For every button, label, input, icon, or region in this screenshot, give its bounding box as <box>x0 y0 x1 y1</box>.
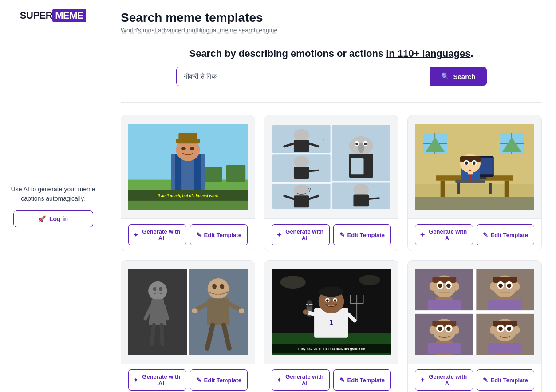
edit-icon-6 <box>483 376 488 384</box>
svg-point-12 <box>181 147 186 150</box>
logo[interactable]: SUPER MEME <box>20 9 86 22</box>
generate-ai-button-2[interactable]: Generate with AI <box>272 224 330 245</box>
svg-line-81 <box>162 325 162 344</box>
svg-rect-11 <box>178 133 197 140</box>
svg-point-140 <box>498 284 503 288</box>
meme-card-2: → <box>264 115 398 251</box>
svg-point-148 <box>453 326 459 334</box>
svg-rect-35 <box>294 167 309 179</box>
generate-ai-button-1[interactable]: Generate with AI <box>128 224 186 245</box>
svg-rect-154 <box>428 343 461 354</box>
search-section: Search by describing emotions or actions… <box>121 48 542 86</box>
svg-rect-164 <box>488 343 521 354</box>
svg-point-32 <box>364 143 367 145</box>
edit-template-button-4[interactable]: Edit Template <box>190 369 248 391</box>
svg-point-141 <box>507 284 512 288</box>
svg-point-137 <box>514 282 520 291</box>
svg-point-130 <box>446 284 451 288</box>
comparison-meme-image <box>128 268 248 356</box>
svg-point-152 <box>446 327 451 331</box>
edit-template-button-2[interactable]: Edit Template <box>333 224 391 245</box>
edit-icon-4 <box>196 376 201 384</box>
edit-label-2: Edit Template <box>347 232 385 238</box>
svg-point-88 <box>192 308 197 313</box>
edit-label-6: Edit Template <box>491 377 528 384</box>
edit-template-button-6[interactable]: Edit Template <box>477 369 535 391</box>
search-heading-highlight: in 110+ languages <box>386 48 470 59</box>
search-bar: 🔍 Search <box>176 67 487 86</box>
southpark-meme-image <box>415 123 534 211</box>
edit-label-4: Edit Template <box>204 377 241 384</box>
svg-line-46 <box>369 198 379 199</box>
login-button[interactable]: Log in <box>13 210 93 227</box>
search-heading: Search by describing emotions or actions… <box>121 48 542 59</box>
svg-text:They had us in the first half,: They had us in the first half, not gonna… <box>298 347 365 351</box>
meme-card-1: It ain't much, but it's honest work Gene… <box>121 115 255 251</box>
svg-point-31 <box>355 143 358 145</box>
generate-label-3: Generate with AI <box>428 228 468 242</box>
svg-point-110 <box>334 299 336 302</box>
svg-rect-5 <box>226 165 245 182</box>
svg-rect-146 <box>432 321 456 326</box>
edit-icon-1 <box>196 231 201 238</box>
search-button-label: Search <box>453 73 475 80</box>
main-content: Search meme templates World's most advan… <box>106 0 556 392</box>
meme-card-5-actions: Generate with AI Edit Template <box>264 364 398 392</box>
svg-point-151 <box>438 327 442 331</box>
svg-text:NEWS: NEWS <box>306 303 313 306</box>
sparkle-icon-6 <box>420 376 425 384</box>
svg-point-97 <box>280 276 306 289</box>
svg-line-80 <box>152 325 154 344</box>
search-button[interactable]: 🔍 Search <box>430 67 486 86</box>
svg-point-69 <box>473 162 476 165</box>
svg-point-116 <box>303 309 308 315</box>
edit-template-button-5[interactable]: Edit Template <box>333 369 391 391</box>
svg-rect-133 <box>428 300 461 311</box>
svg-point-85 <box>208 278 229 299</box>
svg-rect-166 <box>415 310 534 314</box>
edit-template-button-1[interactable]: Edit Template <box>190 224 248 245</box>
svg-point-106 <box>319 286 343 297</box>
meme-card-3: Generate with AI Edit Template <box>407 115 542 251</box>
svg-point-161 <box>498 327 503 331</box>
svg-rect-33 <box>351 158 364 175</box>
edit-template-button-3[interactable]: Edit Template <box>477 224 535 245</box>
football-meme-image: 1 N <box>272 268 391 356</box>
svg-rect-59 <box>505 181 509 198</box>
svg-rect-58 <box>441 181 445 198</box>
meme-card-6: Generate with AI Edit Template <box>407 260 542 392</box>
svg-rect-7 <box>175 154 181 190</box>
svg-rect-144 <box>488 300 521 311</box>
search-input[interactable] <box>177 67 431 86</box>
generate-ai-button-5[interactable]: Generate with AI <box>272 369 330 391</box>
edit-icon-5 <box>339 376 345 384</box>
svg-rect-22 <box>294 140 309 152</box>
svg-point-34 <box>294 156 309 168</box>
svg-rect-75 <box>489 183 492 194</box>
edit-icon-2 <box>339 231 345 238</box>
svg-point-83 <box>159 287 162 291</box>
generate-ai-button-4[interactable]: Generate with AI <box>128 369 186 391</box>
svg-rect-65 <box>460 156 481 162</box>
svg-rect-74 <box>457 183 460 194</box>
svg-point-147 <box>430 326 435 334</box>
blinking-meme-image <box>415 268 534 356</box>
meme-card-4-actions: Generate with AI Edit Template <box>121 364 255 392</box>
generate-ai-button-6[interactable]: Generate with AI <box>415 369 473 391</box>
svg-point-89 <box>239 308 244 313</box>
meme-card-4: Generate with AI Edit Template <box>121 260 255 392</box>
svg-point-157 <box>490 326 496 334</box>
meme-image-gru: → <box>264 115 398 218</box>
svg-rect-94 <box>187 269 189 355</box>
meme-card-6-actions: Generate with AI Edit Template <box>408 364 541 392</box>
sidebar: SUPER MEME Use AI to generate your meme … <box>0 0 106 392</box>
edit-label-5: Edit Template <box>347 377 385 384</box>
logo-super-text: SUPER <box>20 10 52 21</box>
generate-ai-button-3[interactable]: Generate with AI <box>415 224 473 245</box>
login-label: Log in <box>49 215 68 222</box>
svg-point-158 <box>514 326 520 334</box>
meme-image-comparison <box>121 261 255 364</box>
svg-rect-73 <box>455 180 485 183</box>
rocket-icon <box>38 215 46 222</box>
svg-text:1: 1 <box>329 318 334 327</box>
